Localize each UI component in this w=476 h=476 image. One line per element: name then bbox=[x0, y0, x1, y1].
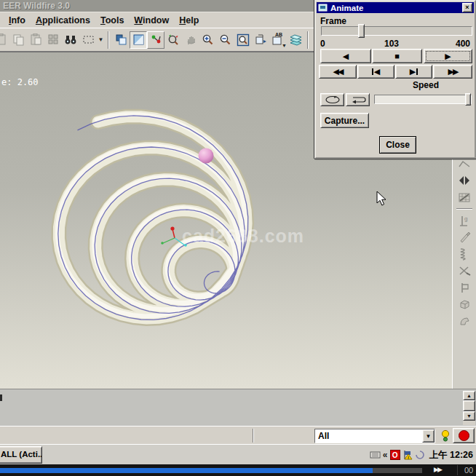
status-divider bbox=[253, 429, 254, 443]
menu-applications[interactable]: Applications bbox=[31, 14, 95, 27]
loop-mode-button[interactable] bbox=[320, 93, 344, 106]
player-seek-track[interactable] bbox=[0, 468, 422, 473]
frame-time-readout: e: 2.60 bbox=[1, 77, 39, 87]
record-dot-icon bbox=[459, 430, 469, 441]
menu-window[interactable]: Window bbox=[129, 14, 174, 27]
dialog-titlebar[interactable]: Animate × bbox=[317, 2, 474, 13]
close-button[interactable]: Close bbox=[380, 137, 416, 153]
zoom-fit-icon[interactable] bbox=[234, 31, 252, 49]
saved-views-dropdown-icon: ▼ bbox=[282, 43, 287, 48]
filter-value: All bbox=[315, 429, 422, 443]
bounce-icon bbox=[350, 95, 366, 104]
stop-button[interactable]: ■ bbox=[372, 49, 422, 63]
play-backward-button[interactable]: ◀ bbox=[320, 49, 371, 63]
reorient-icon[interactable] bbox=[252, 31, 269, 49]
round-tool-icon[interactable] bbox=[456, 313, 473, 329]
watermark: cad2688.com bbox=[182, 226, 304, 247]
zoom-in-icon[interactable] bbox=[199, 31, 217, 49]
scrollbar-thumb[interactable] bbox=[463, 400, 475, 411]
record-button[interactable] bbox=[453, 428, 475, 443]
tray-collapse-icon[interactable]: « bbox=[383, 450, 388, 460]
player-skip-icon[interactable]: ▶▶ bbox=[434, 466, 441, 473]
scroll-up-icon[interactable]: ▲ bbox=[463, 391, 475, 400]
scroll-down-icon[interactable]: ▼ bbox=[463, 411, 475, 421]
message-area: ▲ ▼ bbox=[0, 389, 476, 426]
select-box-icon[interactable] bbox=[79, 31, 97, 49]
helical-sweep-icon[interactable] bbox=[456, 246, 473, 262]
os-taskbar: ALL (Acti... « O ! 上午 12:26 bbox=[0, 444, 476, 464]
player-divider bbox=[457, 465, 458, 475]
dialog-app-icon bbox=[318, 4, 328, 12]
start-bar-icon bbox=[372, 68, 373, 75]
paste-icon[interactable] bbox=[27, 31, 44, 49]
traffic-light-icon[interactable] bbox=[441, 429, 451, 443]
zoom-out-icon[interactable] bbox=[217, 31, 234, 49]
saved-views-icon[interactable]: AB ▼ bbox=[269, 31, 287, 49]
system-tray: « O ! 上午 12:26 bbox=[370, 446, 476, 464]
trim-tool-icon[interactable] bbox=[456, 263, 473, 279]
keyboard-icon[interactable] bbox=[370, 451, 381, 459]
speed-label: Speed bbox=[413, 80, 439, 90]
message-fragment bbox=[0, 394, 2, 401]
speed-slider-thumb[interactable] bbox=[465, 93, 471, 106]
prev-next-icon[interactable] bbox=[456, 172, 473, 189]
alert-flag-icon[interactable]: ! bbox=[402, 450, 413, 460]
repaint-icon[interactable] bbox=[112, 31, 130, 49]
combo-dropdown-icon[interactable]: ▼ bbox=[422, 429, 435, 443]
frame-slider-thumb[interactable] bbox=[358, 24, 365, 38]
video-player-bar: ▶▶ 00 bbox=[0, 464, 476, 476]
spin-center-icon[interactable] bbox=[147, 31, 164, 49]
bounce-mode-button[interactable] bbox=[346, 93, 370, 106]
swirl-icon[interactable] bbox=[416, 451, 424, 459]
pin-tool-icon[interactable] bbox=[456, 279, 473, 295]
fast-forward-button[interactable]: ▶▶ bbox=[433, 65, 472, 79]
svg-text:!: ! bbox=[408, 456, 409, 460]
frame-slider-track[interactable] bbox=[321, 26, 472, 36]
svg-text:g: g bbox=[464, 215, 467, 222]
go-to-end-button[interactable]: ▶ bbox=[395, 65, 432, 79]
application-window: EER Wildfire 3.0 Info Applications Tools… bbox=[0, 0, 476, 476]
copy-icon[interactable] bbox=[9, 31, 27, 49]
right-toolbar-separator bbox=[456, 208, 472, 210]
message-scrollbar[interactable]: ▲ ▼ bbox=[463, 391, 475, 425]
toolbar-separator bbox=[307, 31, 309, 49]
frame-max: 400 bbox=[456, 39, 470, 49]
sketch-view-icon[interactable] bbox=[456, 189, 473, 205]
frame-label: Frame bbox=[320, 16, 346, 26]
player-progress bbox=[0, 468, 373, 473]
menu-info[interactable]: Info bbox=[4, 14, 31, 27]
animate-dialog: Animate × Frame 0 103 400 ◀ ■ ▶ ◀◀ ◀ ▶ bbox=[314, 0, 476, 159]
ball-body[interactable] bbox=[199, 148, 214, 164]
player-time: 00 bbox=[464, 466, 473, 475]
dialog-close-icon[interactable]: × bbox=[462, 3, 472, 12]
ime-indicator-icon[interactable]: O bbox=[390, 450, 400, 460]
dialog-title: Animate bbox=[328, 4, 462, 12]
datum-axis-icon[interactable]: g bbox=[456, 213, 473, 229]
window-title: EER Wildfire 3.0 bbox=[3, 1, 70, 11]
menu-help[interactable]: Help bbox=[174, 14, 204, 27]
layers-icon[interactable] bbox=[287, 31, 304, 49]
extrude-tool-icon[interactable] bbox=[456, 296, 473, 312]
menu-tools[interactable]: Tools bbox=[95, 14, 129, 27]
regenerate-icon[interactable] bbox=[44, 31, 62, 49]
capture-button[interactable]: Capture... bbox=[320, 113, 369, 128]
orient-mode-icon[interactable] bbox=[164, 31, 182, 49]
go-to-start-button[interactable]: ◀ bbox=[357, 65, 394, 79]
sketch-tool-icon[interactable] bbox=[456, 229, 473, 245]
mouse-cursor bbox=[376, 191, 388, 207]
toolbar-separator bbox=[108, 31, 109, 49]
shaded-view-icon[interactable] bbox=[130, 31, 147, 49]
frame-current: 103 bbox=[384, 39, 399, 49]
clipboard-icon[interactable] bbox=[0, 31, 9, 49]
taskbar-window-button[interactable]: ALL (Acti... bbox=[0, 446, 42, 464]
pan-icon[interactable] bbox=[182, 31, 199, 49]
filter-combobox[interactable]: All ▼ bbox=[314, 429, 435, 443]
end-bar-icon bbox=[416, 68, 418, 75]
speed-slider-track[interactable] bbox=[374, 95, 472, 104]
play-forward-button[interactable]: ▶ bbox=[424, 49, 472, 63]
loop-icon bbox=[325, 95, 341, 104]
select-dropdown-icon[interactable]: ▼ bbox=[97, 36, 105, 43]
status-bar: All ▼ bbox=[0, 426, 476, 444]
find-icon[interactable] bbox=[62, 31, 79, 49]
rewind-button[interactable]: ◀◀ bbox=[319, 65, 357, 79]
